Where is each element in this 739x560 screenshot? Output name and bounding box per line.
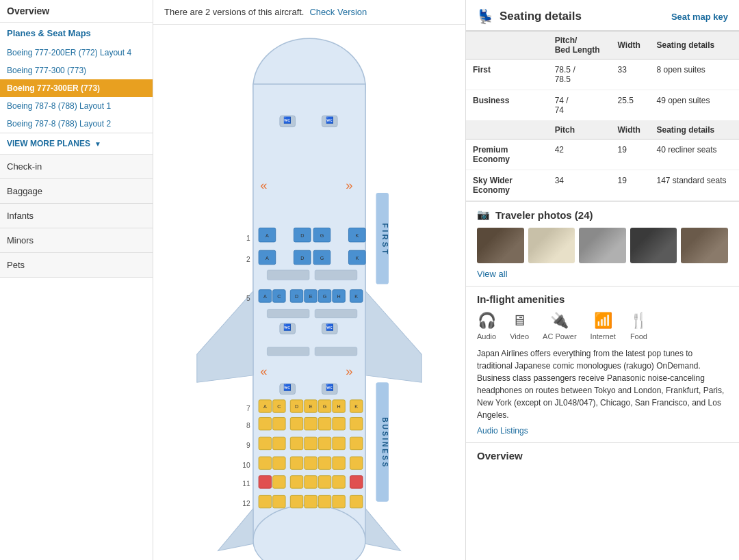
amenity-audio: 🎧 Audio [477, 312, 496, 341]
sidebar-item-minors[interactable]: Minors [0, 228, 153, 253]
svg-rect-93 [333, 476, 345, 488]
svg-rect-32 [315, 270, 357, 280]
version-banner: There are 2 versions of this aircraft. C… [153, 0, 465, 25]
seating-row-sky-wider-economy: Sky WiderEconomy 34 19 147 standard seat… [466, 170, 739, 201]
right-panel: 💺 Seating details Seat map key Pitch/Bed… [465, 0, 739, 560]
center-content: There are 2 versions of this aircraft. C… [153, 0, 465, 560]
sidebar-item-boeing-773[interactable]: Boeing 777-300 (773) [0, 62, 153, 79]
sidebar-item-boeing-788-2[interactable]: Boeing 787-8 (788) Layout 2 [0, 115, 153, 133]
svg-rect-95 [259, 495, 271, 507]
amenity-internet-label: Internet [591, 332, 616, 341]
svg-text:D: D [295, 294, 298, 299]
svg-rect-79 [333, 437, 345, 449]
svg-rect-81 [259, 457, 271, 469]
svg-rect-70 [304, 417, 317, 429]
traveler-photos-title: 📷 Traveler photos (24) [477, 209, 728, 221]
food-icon: 🍴 [630, 312, 648, 330]
video-icon: 🖥 [512, 312, 527, 330]
seat-map-container: F I R S T B U S I N E S S « » « » 🚾 🚾 1 [153, 25, 465, 560]
amenity-ac-power-label: AC Power [543, 332, 577, 341]
photo-thumb-4[interactable] [630, 228, 677, 263]
svg-rect-80 [350, 437, 363, 449]
sidebar-item-checkin[interactable]: Check-in [0, 155, 153, 179]
svg-text:»: » [346, 364, 352, 378]
svg-text:B U S I N E S S: B U S I N E S S [381, 417, 389, 466]
seat-map-key-link[interactable]: Seat map key [671, 12, 728, 22]
svg-text:🚾: 🚾 [283, 116, 291, 124]
chevron-down-icon: ▼ [94, 140, 101, 148]
view-more-planes-button[interactable]: VIEW MORE PLANES ▼ [0, 133, 153, 155]
sidebar-item-pets[interactable]: Pets [0, 253, 153, 278]
seating-sub-header-1: Pitch/Bed Length Width Seating details [466, 31, 739, 59]
svg-text:»: » [346, 178, 352, 192]
amenities-icons: 🎧 Audio 🖥 Video 🔌 AC Power 📶 Internet 🍴 [477, 312, 728, 341]
photo-thumb-5[interactable] [681, 228, 728, 263]
svg-rect-87 [350, 457, 363, 469]
row-label-5: 5 [246, 295, 250, 302]
svg-rect-69 [290, 417, 302, 429]
svg-rect-99 [318, 495, 330, 507]
view-all-link[interactable]: View all [477, 269, 508, 279]
svg-text:F I R S T: F I R S T [381, 223, 389, 254]
seat-map-svg: F I R S T B U S I N E S S « » « » 🚾 🚾 1 [179, 31, 439, 560]
overview-bottom-title: Overview [477, 450, 728, 462]
svg-text:«: « [260, 364, 267, 378]
audio-icon: 🎧 [478, 312, 496, 330]
sidebar-item-baggage[interactable]: Baggage [0, 179, 153, 204]
svg-rect-96 [273, 495, 285, 507]
svg-text:H: H [337, 294, 341, 299]
amenity-ac-power: 🔌 AC Power [543, 312, 577, 341]
amenity-video: 🖥 Video [510, 312, 529, 341]
sidebar-item-infants[interactable]: Infants [0, 204, 153, 228]
sidebar-item-boeing-788-1[interactable]: Boeing 787-8 (788) Layout 1 [0, 97, 153, 115]
sidebar-overview[interactable]: Overview [0, 0, 153, 23]
version-text: There are 2 versions of this aircraft. [164, 7, 304, 17]
svg-rect-68 [273, 417, 285, 429]
photo-thumb-1[interactable] [477, 228, 524, 263]
svg-text:C: C [277, 404, 281, 410]
svg-rect-83 [290, 457, 302, 469]
svg-rect-91 [304, 476, 317, 488]
svg-text:D: D [300, 256, 304, 261]
svg-rect-71 [318, 417, 330, 429]
wifi-icon: 📶 [594, 312, 612, 330]
seating-row-first: First 78.5 /78.5 33 8 open suites [466, 59, 739, 90]
seating-table: Pitch/Bed Length Width Seating details F… [466, 31, 739, 201]
camera-icon: 📷 [477, 209, 490, 221]
row-label-9: 9 [246, 442, 250, 449]
seating-details-label: Seating details [500, 10, 582, 23]
svg-rect-98 [304, 495, 317, 507]
svg-rect-88 [259, 476, 271, 488]
row-label-1: 1 [246, 235, 250, 242]
svg-rect-47 [267, 309, 309, 317]
photo-thumb-3[interactable] [579, 228, 626, 263]
audio-listings-link[interactable]: Audio Listings [477, 426, 528, 436]
svg-rect-67 [259, 417, 271, 429]
overview-bottom-section: Overview [466, 442, 739, 468]
photo-thumb-2[interactable] [528, 228, 575, 263]
svg-text:K: K [355, 256, 359, 261]
svg-rect-107 [315, 347, 357, 356]
svg-text:E: E [309, 294, 313, 299]
svg-rect-72 [333, 417, 345, 429]
svg-text:E: E [309, 404, 313, 410]
row-label-11: 11 [242, 480, 250, 488]
svg-text:K: K [354, 294, 358, 299]
sidebar-item-boeing-773er[interactable]: Boeing 777-300ER (773) [0, 79, 153, 97]
amenity-food-label: Food [630, 332, 647, 341]
row-label-7: 7 [246, 405, 250, 412]
amenity-audio-label: Audio [477, 332, 496, 341]
sidebar-planes-section-title: Planes & Seat Maps [0, 23, 153, 44]
svg-text:C: C [277, 294, 281, 299]
svg-rect-92 [318, 476, 330, 488]
amenity-food: 🍴 Food [630, 312, 648, 341]
amenities-title: In-flight amenities [477, 293, 728, 305]
seating-details-title: 💺 Seating details [477, 8, 582, 25]
check-version-link[interactable]: Check Version [309, 7, 367, 17]
svg-text:A: A [265, 233, 269, 239]
svg-rect-106 [267, 347, 309, 356]
svg-rect-89 [273, 476, 285, 488]
sidebar-item-boeing-772[interactable]: Boeing 777-200ER (772) Layout 4 [0, 44, 153, 62]
seating-row-premium-economy: PremiumEconomy 42 19 40 recliner seats [466, 139, 739, 170]
svg-text:🚾: 🚾 [326, 384, 334, 392]
